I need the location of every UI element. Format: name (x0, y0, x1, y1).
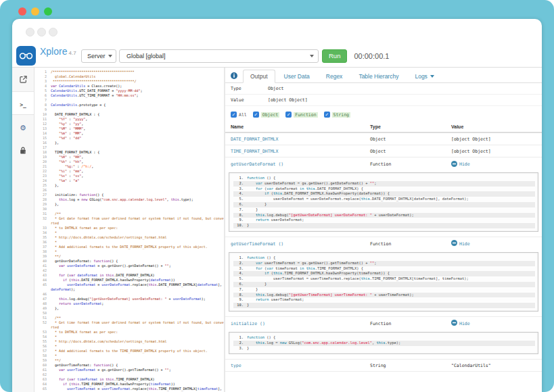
scope-select-value: Global [global] (126, 53, 166, 59)
line-number: 42 (34, 268, 51, 273)
sidebar-item-external-link[interactable] (12, 68, 34, 91)
cell-value: [object Object] (451, 149, 536, 154)
line-number: 46 (34, 292, 51, 297)
tab-table-hierarchy[interactable]: Table Hierarchy (351, 70, 406, 83)
gear-icon: ⚙ (20, 121, 26, 133)
close-window-button[interactable] (18, 7, 26, 16)
main-content: >_⚙ 1/**********************************… (12, 68, 542, 392)
tab-output[interactable]: Output (243, 70, 275, 83)
result-value-label: Value (231, 97, 268, 103)
property-name-link[interactable]: initialize () (231, 321, 370, 326)
cell-type: Function (370, 321, 451, 326)
editor-line: 39 **/ (34, 254, 224, 259)
line-number: 6 (34, 93, 51, 98)
line-number: 3 (34, 79, 51, 84)
editor-line: 8CalendarUtils.prototype = { (34, 103, 224, 107)
line-number: 18 (34, 150, 51, 155)
editor-line: 13 "%M" : "MMM", (34, 126, 224, 131)
line-number: 15 (34, 136, 51, 141)
zoom-window-button[interactable] (44, 7, 52, 16)
line-number: 40 (34, 259, 51, 264)
property-name-link[interactable]: getUserTimeFormat () (231, 241, 370, 247)
line-number: 43 (34, 273, 51, 278)
property-name-link[interactable]: DATE_FORMAT_DHTMLX (231, 137, 370, 142)
editor-line: 26 (34, 188, 224, 193)
minimize-window-button[interactable] (31, 7, 39, 16)
editor-line: 6CalendarUtils.UTC_TIME_FORMAT = "HH:mm:… (34, 93, 224, 98)
cell-type: Object (370, 137, 451, 142)
scope-select[interactable]: Global [global] (119, 49, 319, 63)
cell-type: Function (370, 241, 451, 247)
editor-line: 5CalendarUtils.UTC_DATE_FORMAT = "yyyy-M… (34, 89, 224, 93)
result-type-row: Type Object (225, 83, 542, 95)
editor-line: 28 this.log = new GSLog("com.snc.app.cal… (34, 197, 224, 202)
line-number: 28 (34, 197, 51, 202)
sidebar-item-gear[interactable]: ⚙ (12, 115, 34, 139)
run-button[interactable]: Run (322, 49, 347, 63)
sidebar-item-lock[interactable] (12, 139, 34, 162)
filter-function[interactable]: ✓Function (285, 112, 317, 118)
editor-line: 1/**************************************… (34, 70, 224, 74)
checkbox-checked[interactable]: ✓ (324, 112, 330, 118)
result-type-label: Type (231, 86, 268, 91)
tab-logs[interactable]: Logs (407, 70, 441, 83)
line-number: 37 (34, 245, 51, 249)
line-number: 11 (34, 117, 51, 122)
line-number: 34 (34, 230, 51, 235)
filter-object[interactable]: ✓Object (253, 112, 279, 118)
line-number: 63 (34, 377, 51, 382)
tab-user-data[interactable]: User Data (277, 70, 317, 83)
line-number: 2 (34, 74, 51, 79)
cell-type: String (370, 363, 451, 368)
hide-code-link[interactable]: Hide (451, 161, 536, 168)
info-icon[interactable] (229, 70, 241, 82)
editor-line: 55 * http://docs.dhtmlx.com/scheduler/se… (34, 339, 224, 344)
checkbox-checked[interactable]: ✓ (285, 112, 292, 118)
app-window: Xplore 4.7 Server Global [global] Run 00… (12, 19, 542, 392)
table-header: Name Type Value (225, 122, 542, 133)
filter-all[interactable]: ✓All (231, 112, 247, 118)
editor-line: 43 for (var dateFormat in this.DATE_FORM… (34, 273, 224, 278)
checkbox-checked[interactable]: ✓ (253, 112, 259, 118)
editor-line: 30 (34, 207, 224, 212)
editor-line: 60 getUserTimeFormat: function() { (34, 363, 224, 368)
line-number: 1 (34, 70, 51, 74)
line-number: 30 (34, 207, 51, 212)
server-dropdown[interactable]: Server (81, 49, 116, 63)
lock-icon (20, 145, 26, 157)
editor-line: 54 * (34, 335, 224, 339)
property-name-link[interactable]: type (231, 363, 370, 368)
filter-string[interactable]: ✓String (324, 112, 350, 118)
property-name-link[interactable]: TIME_FORMAT_DHTMLX (231, 149, 370, 154)
line-number: 45 (34, 283, 51, 292)
line-number: 7 (34, 98, 51, 103)
editor-line: 35 * http://docs.dhtmlx.com/scheduler/se… (34, 235, 224, 240)
property-name-link[interactable]: getUserDateFormat () (231, 162, 370, 167)
editor-line: 42 (34, 268, 224, 273)
line-number: 44 (34, 278, 51, 283)
line-number: 17 (34, 145, 51, 150)
line-number: 48 (34, 301, 51, 306)
editor-line: 33 * to DHTMLX format as per spec: (34, 226, 224, 230)
terminal-icon: >_ (20, 97, 26, 109)
editor-line: 38 * (34, 249, 224, 254)
column-value: Value (451, 124, 536, 129)
tab-regex[interactable]: Regex (319, 70, 350, 83)
editor-line: 24 "%a" : "a" (34, 178, 224, 183)
editor-line: 11 "%Y" : "yyyy", (34, 117, 224, 122)
toolbar: Xplore 4.7 Server Global [global] Run 00… (12, 45, 542, 68)
checkbox-checked[interactable]: ✓ (231, 112, 237, 118)
editor-line: 7 (34, 98, 224, 103)
code-editor[interactable]: 1/**************************************… (34, 68, 225, 392)
sidebar-item-terminal[interactable]: >_ (12, 91, 34, 115)
line-number: 47 (34, 297, 51, 301)
line-number: 9 (34, 107, 51, 112)
editor-line: 51 /** (34, 316, 224, 320)
line-number: 31 (34, 212, 51, 216)
line-number: 19 (34, 155, 51, 160)
table-row: initialize ()FunctionHide1.function () {… (225, 317, 542, 360)
editor-line: 37 * Add additional formats to the DATE_… (34, 245, 224, 249)
hide-code-link[interactable]: Hide (451, 320, 536, 327)
minus-circle-icon (451, 161, 457, 168)
hide-code-link[interactable]: Hide (451, 240, 536, 247)
